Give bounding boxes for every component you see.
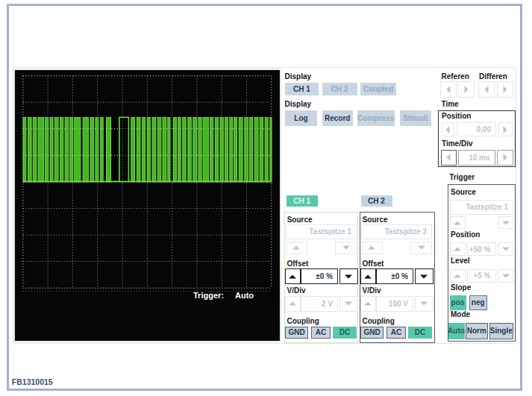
svg-text:Trigger:: Trigger:	[193, 291, 224, 300]
svg-text:Auto: Auto	[235, 291, 254, 300]
